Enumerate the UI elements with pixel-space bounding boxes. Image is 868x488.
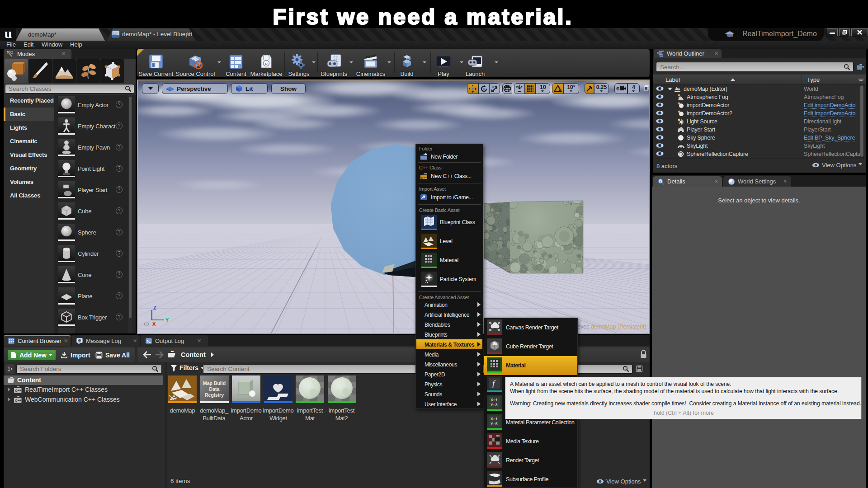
svg-text:C++: C++ <box>15 399 22 403</box>
svg-text:C++: C++ <box>15 389 22 393</box>
svg-text:Y=3: Y=3 <box>491 403 498 407</box>
svg-text:Registry: Registry <box>204 392 223 398</box>
svg-text:Y=5: Y=5 <box>491 422 498 426</box>
svg-text:u: u <box>265 61 268 66</box>
svg-text:X=1: X=1 <box>491 398 498 402</box>
svg-text:X: X <box>152 321 156 327</box>
svg-text:?: ? <box>146 323 147 326</box>
svg-text:Y: Y <box>165 317 169 323</box>
svg-text:Data: Data <box>209 386 219 392</box>
svg-text:X=1: X=1 <box>491 417 498 421</box>
svg-text:C++: C++ <box>421 176 427 179</box>
svg-text:Z: Z <box>153 305 156 310</box>
svg-text:Map Build: Map Build <box>203 380 225 386</box>
